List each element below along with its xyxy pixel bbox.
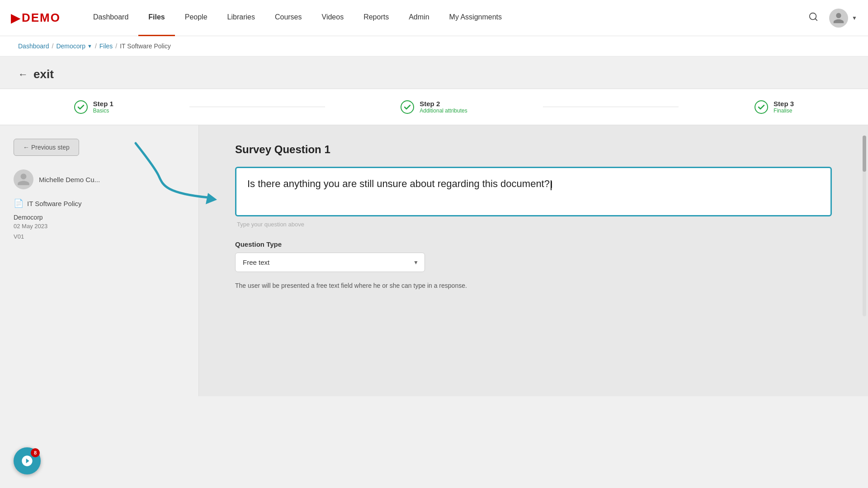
search-button[interactable] [805, 8, 822, 28]
breadcrumb-org-caret-icon: ▼ [87, 43, 92, 49]
survey-title: Survey Question 1 [235, 143, 832, 156]
breadcrumb: Dashboard / Democorp ▼ / Files / IT Soft… [0, 36, 868, 56]
question-type-select[interactable]: Free text Multiple choice Yes/No Rating [235, 253, 425, 272]
question-type-select-wrapper: Free text Multiple choice Yes/No Rating … [235, 253, 425, 272]
nav-item-people[interactable]: People [175, 0, 217, 36]
user-name: Michelle Demo Cu... [39, 176, 100, 183]
breadcrumb-org-label: Democorp [56, 42, 85, 50]
breadcrumb-dashboard[interactable]: Dashboard [18, 42, 49, 50]
cursor: | [551, 180, 552, 190]
nav-right: ▼ [805, 8, 857, 28]
question-type-label: Question Type [235, 240, 832, 248]
nav-item-my-assignments[interactable]: My Assignments [439, 0, 512, 36]
user-avatar-icon [16, 172, 31, 187]
step-3-check [755, 100, 768, 114]
search-icon [808, 12, 818, 22]
left-sidebar: ← Previous step Michelle Demo Cu... 📄 IT… [0, 125, 199, 396]
breadcrumb-sep-3: / [115, 42, 117, 50]
doc-name: IT Software Policy [27, 200, 82, 207]
question-input-box[interactable]: Is there anything you are still unsure a… [235, 167, 832, 216]
step-3-name: Step 3 [774, 100, 794, 108]
user-profile-row: Michelle Demo Cu... [14, 169, 185, 189]
notification-icon [21, 455, 33, 467]
exit-arrow-icon[interactable]: ← [18, 69, 28, 80]
breadcrumb-sep-1: / [52, 42, 54, 50]
breadcrumb-org[interactable]: Democorp ▼ [56, 42, 92, 50]
step-1-check [74, 100, 88, 114]
doc-org: Democorp [14, 214, 185, 221]
step-1: Step 1 Basics [74, 100, 113, 114]
nav-item-dashboard[interactable]: Dashboard [83, 0, 138, 36]
right-content: Survey Question 1 Is there anything you … [199, 125, 868, 396]
notification-fab[interactable]: 8 [14, 447, 41, 474]
logo-text: DEMO [22, 11, 61, 25]
user-menu[interactable]: ▼ [829, 9, 857, 28]
doc-file-icon: 📄 [14, 198, 24, 208]
svg-marker-2 [206, 193, 217, 204]
step-1-info: Step 1 Basics [93, 100, 113, 114]
breadcrumb-current: IT Software Policy [120, 42, 171, 50]
question-placeholder: Type your question above [235, 221, 832, 228]
breadcrumb-sep-2: / [95, 42, 97, 50]
scrollbar-thumb[interactable] [863, 136, 866, 172]
doc-row: 📄 IT Software Policy [14, 198, 185, 208]
chevron-down-icon: ▼ [852, 15, 857, 21]
logo[interactable]: ▶ DEMO [11, 10, 61, 25]
nav-item-videos[interactable]: Videos [312, 0, 354, 36]
nav-links: Dashboard Files People Libraries Courses… [83, 0, 805, 36]
doc-version: V01 [14, 233, 185, 240]
user-icon [832, 12, 845, 24]
nav-item-libraries[interactable]: Libraries [217, 0, 265, 36]
exit-header: ← exit [0, 56, 868, 89]
exit-label: exit [33, 67, 54, 81]
user-avatar-small [14, 169, 33, 189]
step-3-sub: Finalise [774, 108, 794, 114]
notification-badge: 8 [31, 448, 40, 457]
checkmark-3-icon [758, 103, 765, 111]
step-2-info: Step 2 Additional attributes [420, 100, 467, 114]
step-divider-2 [543, 107, 679, 107]
breadcrumb-files[interactable]: Files [99, 42, 113, 50]
step-1-sub: Basics [93, 108, 113, 114]
question-description: The user will be presented a free text f… [235, 281, 832, 291]
step-1-name: Step 1 [93, 100, 113, 108]
step-3-info: Step 3 Finalise [774, 100, 794, 114]
svg-line-1 [815, 19, 817, 20]
step-3: Step 3 Finalise [755, 100, 794, 114]
nav-item-reports[interactable]: Reports [354, 0, 399, 36]
checkmark-2-icon [404, 103, 411, 111]
nav-item-admin[interactable]: Admin [399, 0, 439, 36]
step-2-name: Step 2 [420, 100, 467, 108]
step-2: Step 2 Additional attributes [401, 100, 467, 114]
question-text: Is there anything you are still unsure a… [247, 178, 550, 189]
checkmark-icon [77, 103, 85, 111]
prev-step-button[interactable]: ← Previous step [14, 139, 79, 156]
nav-item-courses[interactable]: Courses [265, 0, 312, 36]
doc-date: 02 May 2023 [14, 223, 185, 230]
avatar [829, 9, 848, 28]
nav-item-files[interactable]: Files [138, 0, 175, 36]
step-divider-1 [189, 107, 325, 107]
step-2-sub: Additional attributes [420, 108, 467, 114]
logo-play-icon: ▶ [11, 10, 21, 25]
scrollbar-track[interactable] [863, 136, 866, 316]
steps-bar: Step 1 Basics Step 2 Additional attribut… [0, 89, 868, 125]
step-2-check [401, 100, 414, 114]
top-nav: ▶ DEMO Dashboard Files People Libraries … [0, 0, 868, 36]
content-wrapper: ← Previous step Michelle Demo Cu... 📄 IT… [0, 125, 868, 396]
